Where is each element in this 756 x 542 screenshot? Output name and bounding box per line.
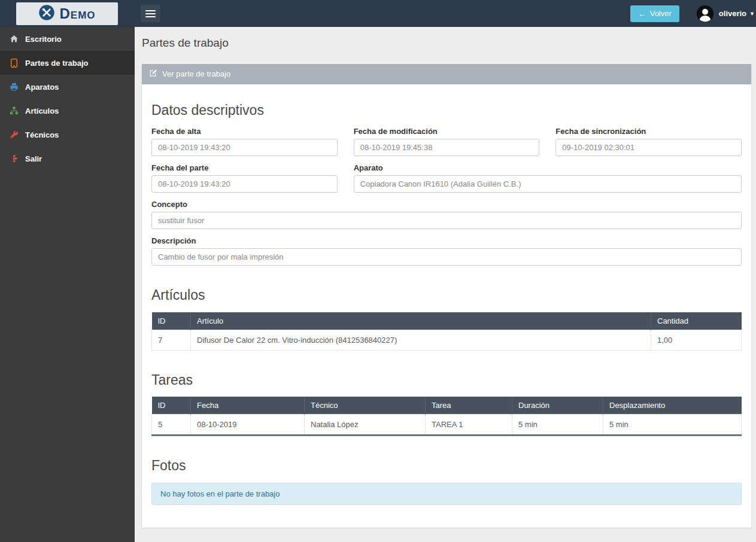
field-label: Fecha de sincronización [555,127,742,136]
sidebar-item-label: Salir [25,154,42,163]
tools-logo-icon [38,4,55,23]
logo-text: Demo [59,7,95,21]
volver-button[interactable]: ← Volver [630,5,679,22]
wrench-icon [9,130,19,139]
field-aparato: Aparato [354,163,742,193]
concepto-input[interactable] [151,212,742,229]
cell-desplazamiento: 5 min [603,415,742,436]
articulos-table: ID Artículo Cantidad 7 Difusor De Calor … [151,312,742,351]
work-order-panel: Ver parte de trabajo Datos descriptivos … [142,64,751,528]
sidebar: Escritorio Partes de trabajo Aparatos Ar… [0,27,135,542]
topbar: Demo ← Volver oliverio ▼ [0,0,756,27]
column-header-duracion: Duración [512,397,603,415]
cell-fecha: 08-10-2019 [191,415,305,436]
column-header-articulo: Artículo [191,312,651,330]
edit-icon [149,69,157,79]
column-header-fecha: Fecha [191,397,305,415]
back-arrow-icon: ← [638,10,646,18]
page-title: Partes de trabajo [142,36,751,50]
sidebar-item-label: Artículos [25,106,59,115]
datos-form: Fecha de alta Fecha de modificación Fech… [151,127,742,266]
panel-header: Ver parte de trabajo [142,64,751,84]
descripcion-input[interactable] [151,248,742,266]
sidebar-item-label: Partes de trabajo [25,59,89,68]
field-label: Concepto [151,200,742,209]
panel-body: Datos descriptivos Fecha de alta Fecha d… [142,84,751,528]
aparato-input[interactable] [354,175,742,193]
section-title-articulos: Artículos [151,287,742,303]
cell-id: 7 [152,330,191,350]
sidebar-item-escritorio[interactable]: Escritorio [0,27,135,51]
sidebar-toggle-button[interactable] [141,5,160,22]
device-icon [9,83,19,91]
field-label: Aparato [354,163,742,172]
field-fecha-del-parte: Fecha del parte [151,163,338,193]
section-title-fotos: Fotos [151,458,742,473]
panel-title: Ver parte de trabajo [162,69,230,78]
field-concepto: Concepto [151,200,742,229]
section-title-datos: Datos descriptivos [151,102,742,118]
column-header-desplazamiento: Desplazamiento [603,397,742,415]
column-header-tecnico: Técnico [305,397,426,415]
home-icon [9,35,19,43]
no-photos-alert: No hay fotos en el parte de trabajo [151,483,742,505]
topbar-right: ← Volver oliverio ▼ [630,5,756,23]
tareas-table-row: 5 08-10-2019 Natalia López TAREA 1 5 min… [152,415,742,436]
sidebar-item-label: Técnicos [25,130,59,139]
volver-label: Volver [650,9,672,18]
sidebar-item-salir[interactable]: Salir [0,147,135,170]
cell-articulo: Difusor De Calor 22 cm. Vitro-inducción … [191,330,651,350]
sitemap-icon [9,106,19,115]
sidebar-item-aparatos[interactable]: Aparatos [0,75,135,99]
field-label: Fecha de alta [151,127,338,136]
articulos-header-row: ID Artículo Cantidad [152,312,742,330]
tareas-table: ID Fecha Técnico Tarea Duración Desplaza… [151,397,742,436]
fecha-de-sincronizacion-input[interactable] [555,139,742,156]
column-header-cantidad: Cantidad [651,312,742,330]
cell-tecnico: Natalia López [305,415,426,436]
main-content: Partes de trabajo Ver parte de trabajo D… [135,27,756,542]
articulos-table-row: 7 Difusor De Calor 22 cm. Vitro-inducció… [152,330,742,350]
sidebar-item-label: Aparatos [25,83,59,92]
sidebar-item-label: Escritorio [25,35,62,44]
sidebar-item-partes-de-trabajo[interactable]: Partes de trabajo [0,51,135,75]
field-descripcion: Descripción [151,236,742,266]
column-header-id: ID [152,312,191,330]
app-logo[interactable]: Demo [16,2,118,25]
field-label: Descripción [151,236,742,245]
fecha-de-modificacion-input[interactable] [354,139,540,156]
hamburger-icon [145,10,156,11]
column-header-id: ID [152,397,191,415]
tablet-icon [9,59,19,68]
field-fecha-de-modificacion: Fecha de modificación [354,127,540,156]
cell-duracion: 5 min [512,415,603,436]
field-label: Fecha de modificación [354,127,540,136]
tareas-header-row: ID Fecha Técnico Tarea Duración Desplaza… [152,397,742,415]
sidebar-item-tecnicos[interactable]: Técnicos [0,123,135,147]
section-title-tareas: Tareas [151,372,742,388]
sidebar-item-articulos[interactable]: Artículos [0,99,135,123]
caret-down-icon[interactable]: ▼ [749,11,755,17]
username-menu[interactable]: oliverio [719,9,746,18]
user-avatar[interactable] [696,5,714,23]
field-fecha-de-alta: Fecha de alta [151,127,338,156]
field-label: Fecha del parte [151,163,338,172]
cell-tarea: TAREA 1 [426,415,512,436]
sign-out-icon [9,154,19,163]
field-fecha-de-sincronizacion: Fecha de sincronización [555,127,742,156]
cell-cantidad: 1,00 [651,330,742,350]
column-header-tarea: Tarea [426,397,512,415]
fecha-de-alta-input[interactable] [151,139,338,156]
cell-id: 5 [152,415,191,436]
fecha-del-parte-input[interactable] [151,175,338,193]
